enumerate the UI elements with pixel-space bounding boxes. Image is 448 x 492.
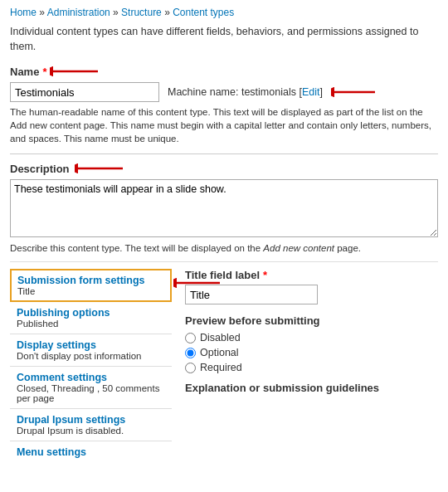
arrow-submission-form <box>173 275 222 290</box>
breadcrumb-content-types[interactable]: Content types <box>173 7 234 18</box>
nav-item-submission-form-subtitle: Title <box>17 286 164 296</box>
radio-required[interactable] <box>185 363 196 373</box>
radio-optional[interactable] <box>185 348 196 358</box>
name-label: Name * <box>10 64 438 79</box>
left-nav: Submission form settings Title Publishin… <box>10 269 172 463</box>
nav-item-menu[interactable]: Menu settings <box>10 441 172 463</box>
description-label: Description <box>10 161 438 176</box>
nav-item-display-title: Display settings <box>17 339 165 351</box>
breadcrumb: Home » Administration » Structure » Cont… <box>10 7 438 18</box>
page-wrapper: Home » Administration » Structure » Cont… <box>0 0 448 470</box>
right-panel: Title field label * Preview before submi… <box>172 269 438 463</box>
submission-guidelines-label: Explanation or submission guidelines <box>185 382 438 394</box>
preview-label: Preview before submitting <box>185 314 438 327</box>
radio-disabled[interactable] <box>185 333 196 343</box>
arrow-name-label <box>50 64 100 79</box>
nav-item-display-subtitle: Don't display post information <box>17 351 165 361</box>
nav-item-comment-subtitle: Closed, Threading , 50 comments per page <box>17 383 165 403</box>
title-field-required-star: * <box>263 269 267 281</box>
title-field-label: Title field label * <box>185 269 438 281</box>
nav-item-drupal-ipsum[interactable]: Drupal Ipsum settings Drupal Ipsum is di… <box>10 409 172 441</box>
breadcrumb-administration[interactable]: Administration <box>47 7 110 18</box>
preview-required: Required <box>185 362 438 373</box>
nav-item-publishing-subtitle: Published <box>17 319 165 329</box>
describe-hint: Describe this content type. The text wil… <box>10 243 438 253</box>
description-textarea[interactable]: These testimonials will appear in a slid… <box>10 179 438 237</box>
arrow-machine-name <box>331 85 377 100</box>
nav-item-publishing[interactable]: Publishing options Published <box>10 302 172 334</box>
name-divider <box>10 153 438 154</box>
description-section: Description These testimonials will appe… <box>10 161 438 253</box>
arrow-description-label <box>75 161 124 176</box>
name-input[interactable] <box>10 82 159 102</box>
preview-disabled: Disabled <box>185 332 438 343</box>
machine-name-text: Machine name: testimonials [Edit] <box>168 86 323 98</box>
machine-name-edit[interactable]: Edit <box>302 86 320 98</box>
page-description: Individual content types can have differ… <box>10 25 438 54</box>
nav-item-drupal-ipsum-title: Drupal Ipsum settings <box>17 414 165 426</box>
preview-optional: Optional <box>185 347 438 358</box>
name-section: Name * Machine name: testimonials [Edit] <box>10 64 438 145</box>
name-required-star: * <box>42 66 46 78</box>
nav-item-display[interactable]: Display settings Don't display post info… <box>10 334 172 367</box>
nav-item-publishing-title: Publishing options <box>17 307 165 319</box>
nav-item-menu-title: Menu settings <box>17 446 165 458</box>
nav-item-submission-form[interactable]: Submission form settings Title <box>10 269 172 302</box>
nav-item-comment-title: Comment settings <box>17 372 165 383</box>
name-row: Machine name: testimonials [Edit] <box>10 82 438 102</box>
breadcrumb-home[interactable]: Home <box>10 7 37 18</box>
name-hint: The human-readable name of this content … <box>10 105 438 145</box>
bottom-section: Submission form settings Title Publishin… <box>10 261 438 463</box>
nav-item-comment[interactable]: Comment settings Closed, Threading , 50 … <box>10 367 172 409</box>
breadcrumb-structure[interactable]: Structure <box>121 7 162 18</box>
nav-item-drupal-ipsum-subtitle: Drupal Ipsum is disabled. <box>17 426 165 436</box>
nav-item-submission-form-title: Submission form settings <box>17 275 164 286</box>
